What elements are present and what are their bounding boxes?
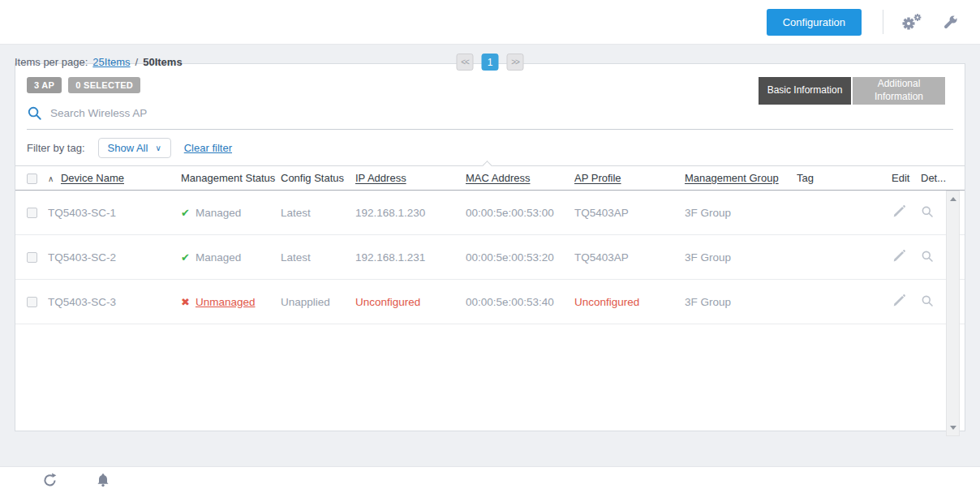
topbar-divider	[883, 10, 883, 34]
refresh-icon[interactable]	[42, 473, 58, 488]
cell-management-group: 3F Group	[685, 296, 797, 308]
next-page-button[interactable]: >>	[507, 54, 524, 71]
details-magnifier-icon[interactable]	[921, 250, 934, 263]
table-row: TQ5403-SC-2 ✔ Managed Latest 192.168.1.2…	[15, 235, 965, 280]
row-checkbox[interactable]	[27, 252, 37, 263]
filter-by-tag-label: Filter by tag:	[27, 142, 85, 154]
search-icon	[27, 105, 42, 121]
edit-pencil-icon[interactable]	[892, 249, 906, 264]
tab-additional-information[interactable]: Additional Information	[853, 77, 945, 105]
status-icon: ✔	[181, 251, 190, 264]
header-management-group[interactable]: Management Group	[685, 172, 779, 184]
vertical-scrollbar[interactable]	[946, 191, 960, 436]
ap-count-badge: 3 AP	[27, 77, 62, 93]
edit-pencil-icon[interactable]	[892, 204, 906, 219]
cell-management-group: 3F Group	[685, 251, 797, 264]
page-size-link[interactable]: 25Items	[92, 56, 130, 68]
header-mac-address[interactable]: MAC Address	[466, 172, 530, 184]
cell-management-group: 3F Group	[685, 207, 797, 219]
clear-filter-link[interactable]: Clear filter	[184, 142, 232, 154]
cell-management-status: ✔ Managed	[181, 207, 281, 219]
sort-asc-icon: ∧	[48, 174, 54, 183]
cell-ap-profile: TQ5403AP	[574, 207, 685, 219]
table-rows: TQ5403-SC-1 ✔ Managed Latest 192.168.1.2…	[15, 191, 965, 324]
header-ip-address[interactable]: IP Address	[355, 172, 406, 184]
header-tag: Tag	[797, 172, 892, 184]
row-checkbox[interactable]	[27, 297, 37, 307]
details-magnifier-icon[interactable]	[921, 205, 934, 218]
total-items-label: 50Items	[143, 56, 182, 68]
header-management-status: Management Status	[181, 172, 281, 184]
footer-row: Items per page: 25Items / 50Items << 1 >…	[15, 45, 965, 79]
cell-config-status: Unapplied	[281, 296, 355, 308]
items-per-page-label: Items per page:	[15, 56, 88, 68]
filter-row: Filter by tag: Show All ∨ Clear filter	[27, 138, 953, 158]
tab-basic-information[interactable]: Basic Information	[759, 77, 851, 105]
cell-device-name: TQ5403-SC-3	[48, 296, 181, 308]
scroll-down-arrow-icon[interactable]	[950, 426, 956, 430]
header-notch-icon	[482, 161, 492, 171]
topbar: Configuration	[0, 0, 980, 45]
tag-filter-value: Show All	[108, 142, 148, 154]
status-text[interactable]: Unmanaged	[196, 296, 256, 308]
cell-ip-address: 192.168.1.230	[355, 207, 466, 219]
select-all-checkbox[interactable]	[27, 174, 37, 184]
prev-page-button[interactable]: <<	[457, 54, 474, 71]
status-text: Managed	[196, 207, 241, 219]
cell-mac-address: 00:00:5e:00:53:20	[466, 251, 574, 264]
settings-gears-icon[interactable]	[901, 13, 922, 31]
cell-ip-address: Unconfigured	[355, 296, 466, 308]
search-row	[27, 105, 953, 130]
chevron-down-icon: ∨	[155, 144, 161, 152]
cell-mac-address: 00:00:5e:00:53:00	[466, 207, 574, 219]
cell-management-status: ✔ Managed	[181, 251, 281, 264]
table-header-row: ∧ Device Name Management Status Config S…	[15, 165, 965, 191]
cell-ip-address: 192.168.1.231	[355, 251, 466, 264]
header-ap-profile[interactable]: AP Profile	[574, 172, 621, 184]
tag-filter-dropdown[interactable]: Show All ∨	[98, 138, 171, 158]
cell-management-status: ✖ Unmanaged	[181, 296, 281, 308]
cell-mac-address: 00:00:5e:00:53:40	[466, 296, 574, 308]
current-page-button[interactable]: 1	[482, 54, 499, 71]
scroll-up-arrow-icon[interactable]	[950, 197, 956, 201]
cell-config-status: Latest	[281, 251, 355, 264]
wireless-ap-panel: 3 AP 0 SELECTED Basic Information Additi…	[15, 63, 965, 431]
selected-count-badge: 0 SELECTED	[68, 77, 140, 93]
pagination: << 1 >>	[457, 54, 524, 71]
header-config-status: Config Status	[281, 172, 355, 184]
row-checkbox[interactable]	[27, 208, 37, 218]
cell-device-name: TQ5403-SC-1	[48, 207, 181, 219]
search-input[interactable]	[50, 107, 953, 119]
header-edit: Edit	[892, 172, 921, 184]
bell-icon[interactable]	[97, 473, 110, 487]
wrench-icon[interactable]	[942, 14, 959, 31]
status-text: Managed	[196, 251, 241, 264]
status-icon: ✔	[181, 207, 190, 219]
edit-pencil-icon[interactable]	[892, 294, 906, 308]
cell-ap-profile: TQ5403AP	[574, 251, 685, 264]
table-row: TQ5403-SC-1 ✔ Managed Latest 192.168.1.2…	[15, 191, 965, 235]
cell-ap-profile: Unconfigured	[574, 296, 685, 308]
header-details: Det...	[921, 172, 953, 184]
bottombar	[0, 466, 980, 493]
configuration-button[interactable]: Configuration	[767, 9, 862, 36]
status-icon: ✖	[181, 296, 190, 308]
separator: /	[135, 56, 139, 68]
header-device-name[interactable]: Device Name	[61, 172, 124, 184]
details-magnifier-icon[interactable]	[921, 294, 934, 307]
cell-config-status: Latest	[281, 207, 355, 219]
table-row: TQ5403-SC-3 ✖ Unmanaged Unapplied Unconf…	[15, 280, 965, 324]
info-tabs: Basic Information Additional Information	[759, 77, 945, 105]
table-body: TQ5403-SC-1 ✔ Managed Latest 192.168.1.2…	[15, 191, 965, 436]
cell-device-name: TQ5403-SC-2	[48, 251, 181, 264]
